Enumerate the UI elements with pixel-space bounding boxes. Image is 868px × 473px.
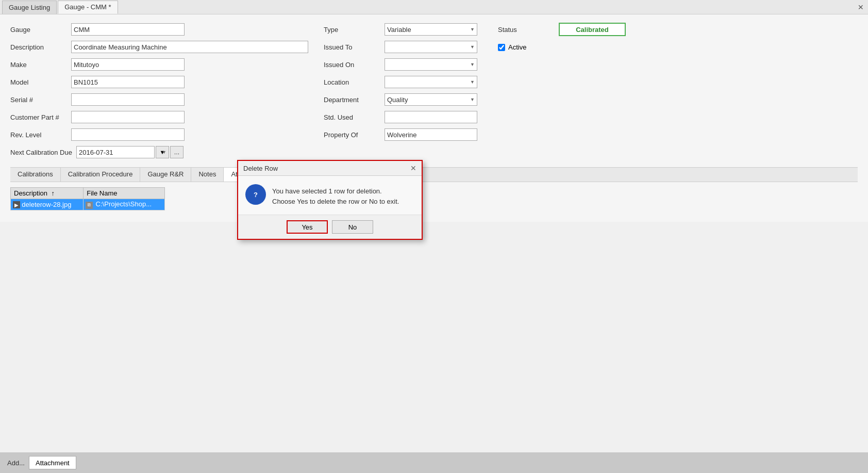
delete-row-dialog: Delete Row ✕ ? You have selected 1 row f… — [237, 160, 423, 240]
modal-question-icon: ? — [245, 184, 266, 205]
modal-message: You have selected 1 row for deletion. Ch… — [272, 184, 399, 206]
modal-overlay: Delete Row ✕ ? You have selected 1 row f… — [0, 0, 868, 473]
modal-no-button[interactable]: No — [332, 220, 373, 234]
modal-yes-button[interactable]: Yes — [287, 220, 328, 234]
modal-footer: Yes No — [238, 215, 422, 239]
modal-title: Delete Row — [243, 165, 278, 172]
modal-title-bar: Delete Row ✕ — [238, 161, 422, 176]
modal-close-button[interactable]: ✕ — [410, 164, 416, 172]
modal-body: ? You have selected 1 row for deletion. … — [238, 176, 422, 215]
